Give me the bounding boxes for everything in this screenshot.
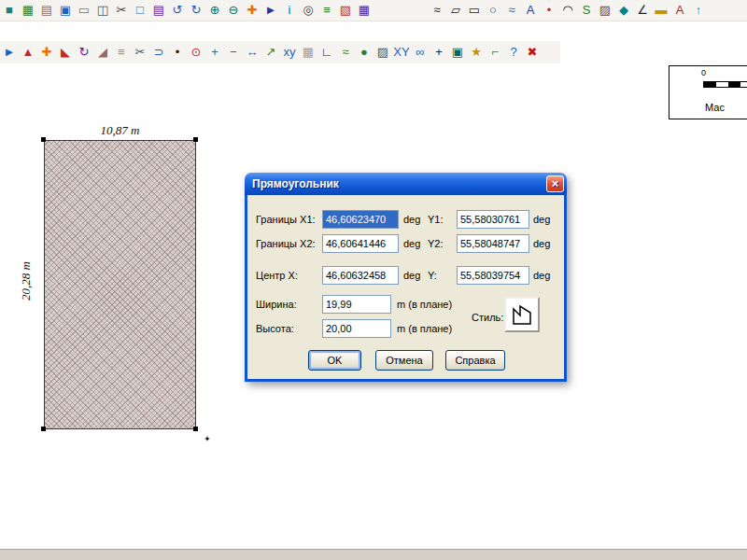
add-vertex-icon[interactable]: + bbox=[205, 43, 224, 62]
polyline-tool-icon[interactable]: ≈ bbox=[428, 1, 446, 20]
rotate-icon[interactable]: ↻ bbox=[75, 43, 93, 62]
attribute-table-icon[interactable]: ▦ bbox=[355, 1, 374, 20]
anchor-point-marker bbox=[204, 436, 210, 441]
x1-input[interactable] bbox=[322, 210, 399, 229]
zoom-out-icon[interactable]: ⊖ bbox=[224, 1, 243, 20]
rect-handle-top-left[interactable] bbox=[41, 137, 46, 142]
y2-input[interactable] bbox=[457, 234, 529, 253]
node-edit-icon[interactable]: • bbox=[168, 43, 187, 62]
dimension-icon[interactable]: ≡ bbox=[112, 43, 131, 62]
circle-tool-icon[interactable]: ○ bbox=[484, 1, 502, 20]
legend-icon[interactable]: ▧ bbox=[336, 1, 355, 20]
pan-icon[interactable]: ✚ bbox=[243, 1, 261, 20]
scale-bar-widget: 0 Мас bbox=[669, 65, 747, 119]
star-icon[interactable]: ★ bbox=[467, 43, 486, 62]
crosshair-icon[interactable]: + bbox=[430, 43, 448, 62]
green-circle-icon[interactable]: ● bbox=[355, 43, 374, 62]
link-icon[interactable]: ∞ bbox=[411, 43, 430, 62]
scissors-icon[interactable]: ✂ bbox=[112, 1, 131, 20]
wrench-icon[interactable]: ⌐ bbox=[486, 43, 504, 62]
hatch-tool-icon[interactable]: ▨ bbox=[596, 1, 614, 20]
style-button[interactable] bbox=[504, 297, 540, 332]
checker-fill-icon[interactable]: ▨ bbox=[374, 43, 392, 62]
dialog-titlebar[interactable]: Прямоугольник × bbox=[245, 173, 567, 195]
zoom-in-icon[interactable]: ⊕ bbox=[205, 1, 224, 20]
rect-handle-bottom-right[interactable] bbox=[193, 427, 198, 431]
toolbar-row-1: ■▦▤▣▭◫✂□▤↺↻⊕⊖✚►i◎≡▧▦≈▱▭○≈A•◠S▨◆∠▬A↑ bbox=[0, 0, 747, 21]
search-icon[interactable]: ◎ bbox=[299, 1, 317, 20]
help-icon[interactable]: ? bbox=[504, 43, 523, 62]
dialog-title: Прямоугольник bbox=[252, 177, 339, 190]
north-arrow-icon[interactable]: ↑ bbox=[689, 1, 708, 20]
cancel-button[interactable]: Отмена bbox=[375, 350, 433, 371]
grid-snap-icon[interactable]: ▦ bbox=[299, 43, 317, 62]
move-object-icon[interactable]: ✚ bbox=[37, 43, 56, 62]
app-window: ■▦▤▣▭◫✂□▤↺↻⊕⊖✚►i◎≡▧▦≈▱▭○≈A•◠S▨◆∠▬A↑ ►▲✚◣… bbox=[0, 0, 747, 560]
rect-handle-top-right[interactable] bbox=[193, 137, 198, 142]
toolbar-row-2: ►▲✚◣↻◢≡✂⊃•⊙+−↔↗xy▦∟≈●▨XY∞+▣★⌐?✖ bbox=[0, 41, 560, 63]
open-map-icon[interactable]: ▦ bbox=[19, 1, 37, 20]
rect-handle-bottom-left[interactable] bbox=[41, 427, 46, 431]
ortho-mode-icon[interactable]: ∟ bbox=[317, 43, 336, 62]
print-icon[interactable]: ▭ bbox=[75, 1, 93, 20]
dialog-body: Границы X1: deg Y1: deg Границы X2: deg … bbox=[245, 195, 567, 382]
smooth-line-icon[interactable]: ≈ bbox=[502, 1, 521, 20]
layer-list-icon[interactable]: ≡ bbox=[317, 1, 336, 20]
text-label-icon[interactable]: A bbox=[521, 1, 540, 20]
smooth-object-icon[interactable]: ≈ bbox=[336, 43, 355, 62]
close-task-icon[interactable]: ✖ bbox=[523, 43, 542, 62]
slope-icon[interactable]: ◢ bbox=[93, 43, 112, 62]
symbol-tool-icon[interactable]: ◆ bbox=[614, 1, 633, 20]
angle-tool-icon[interactable]: ∠ bbox=[633, 1, 652, 20]
map-sheets-icon[interactable]: ▤ bbox=[37, 1, 56, 20]
width-unit: m (в плане) bbox=[397, 295, 452, 314]
arc-tool-icon[interactable]: ◠ bbox=[558, 1, 577, 20]
center-y-label: Y: bbox=[428, 266, 437, 285]
close-icon[interactable]: × bbox=[546, 175, 564, 192]
copy-object-icon[interactable]: ↔ bbox=[243, 43, 261, 62]
width-input[interactable] bbox=[322, 295, 391, 314]
join-line-icon[interactable]: ⊃ bbox=[149, 43, 168, 62]
undo-icon[interactable]: ↺ bbox=[168, 1, 187, 20]
height-label: Высота: bbox=[256, 319, 294, 338]
center-x-unit: deg bbox=[403, 266, 420, 285]
mirror-icon[interactable]: ◣ bbox=[56, 43, 75, 62]
height-input[interactable] bbox=[322, 319, 391, 338]
toolbar-spacer bbox=[374, 10, 428, 11]
object-info-icon[interactable]: i bbox=[280, 1, 299, 20]
x2-input[interactable] bbox=[322, 234, 399, 253]
snap-icon[interactable]: ⊙ bbox=[187, 43, 205, 62]
ok-button[interactable]: OK bbox=[308, 350, 361, 371]
font-tool-icon[interactable]: A bbox=[670, 1, 689, 20]
measure-tool-icon[interactable]: ▬ bbox=[652, 1, 670, 20]
scale-object-icon[interactable]: ↗ bbox=[261, 43, 280, 62]
delete-vertex-icon[interactable]: − bbox=[224, 43, 243, 62]
map-view-icon[interactable]: ■ bbox=[0, 1, 19, 20]
edit-object-icon[interactable]: ► bbox=[0, 43, 19, 62]
save-icon[interactable]: ▣ bbox=[56, 1, 75, 20]
raster-icon[interactable]: ▣ bbox=[448, 43, 467, 62]
point-tool-icon[interactable]: • bbox=[540, 1, 558, 20]
coords-icon[interactable]: XY bbox=[392, 43, 411, 62]
center-x-input[interactable] bbox=[322, 266, 399, 285]
selected-rectangle[interactable] bbox=[44, 140, 196, 429]
select-arrow-icon[interactable]: ► bbox=[261, 1, 280, 20]
rectangle-tool-icon[interactable]: ▭ bbox=[465, 1, 484, 20]
redo-icon[interactable]: ↻ bbox=[187, 1, 205, 20]
y2-unit: deg bbox=[533, 234, 550, 253]
rect-width-label: 10,87 m bbox=[44, 123, 196, 138]
help-button[interactable]: Справка bbox=[445, 350, 505, 371]
scale-bar bbox=[703, 81, 747, 88]
spline-tool-icon[interactable]: S bbox=[577, 1, 596, 20]
y1-label: Y1: bbox=[428, 210, 444, 229]
polygon-tool-icon[interactable]: ▱ bbox=[446, 1, 465, 20]
copy-icon[interactable]: □ bbox=[131, 1, 149, 20]
center-y-input[interactable] bbox=[457, 266, 529, 285]
paste-icon[interactable]: ▤ bbox=[149, 1, 168, 20]
xy-entry-icon[interactable]: xy bbox=[280, 43, 299, 62]
red-triangle-icon[interactable]: ▲ bbox=[19, 43, 37, 62]
x1-label: Границы X1: bbox=[256, 210, 316, 229]
split-line-icon[interactable]: ✂ bbox=[131, 43, 149, 62]
export-icon[interactable]: ◫ bbox=[93, 1, 112, 20]
y1-input[interactable] bbox=[457, 210, 529, 229]
